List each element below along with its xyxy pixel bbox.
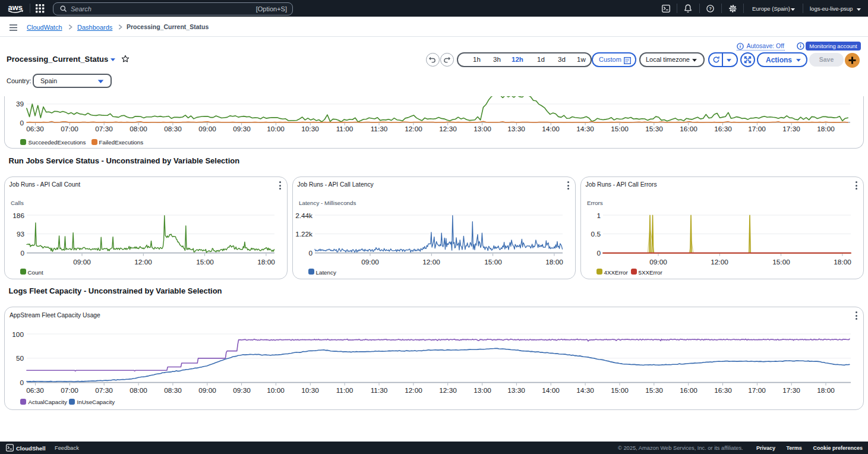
svg-text:aws: aws [8, 3, 23, 12]
svg-text:?: ? [709, 6, 712, 11]
